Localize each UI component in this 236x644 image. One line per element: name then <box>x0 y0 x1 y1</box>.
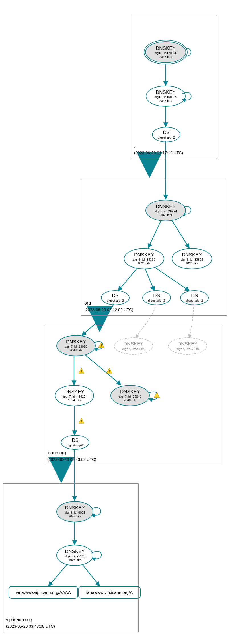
warning-icon: ! <box>154 392 160 398</box>
node-root-ksk[interactable]: DNSKEY alg=8, id=20326 2048 bits <box>145 41 186 63</box>
svg-text:!: ! <box>81 369 82 373</box>
warning-icon: ! <box>78 418 85 424</box>
node-sub2: 2048 bits <box>124 398 137 402</box>
zone-root-name: . <box>134 144 135 149</box>
node-title: DNSKEY <box>182 252 202 258</box>
node-root-ds[interactable]: DS digest alg=2 <box>152 127 180 142</box>
node-org-ds3[interactable]: DS digest alg=2 <box>180 290 209 305</box>
node-sub1: alg=8, id=33825 <box>181 258 203 262</box>
node-sub1: digest alg=2 <box>148 299 165 303</box>
node-sub2: 2048 bits <box>159 213 172 217</box>
node-org-zsk1[interactable]: DNSKEY alg=8, id=33369 1024 bits <box>124 248 164 269</box>
node-sub2: 1024 bits <box>138 262 151 265</box>
node-sub1: alg=8, id=20326 <box>155 51 177 55</box>
svg-text:!: ! <box>156 393 157 398</box>
node-vip-aaaa[interactable]: ianawww.vip.icann.org/AAAA <box>9 586 78 599</box>
node-title: ianawww.vip.icann.org/A <box>86 590 133 595</box>
node-title: DNSKEY <box>64 389 84 395</box>
node-title: DNSKEY <box>134 252 154 258</box>
node-sub1: alg=7, id=17248 <box>177 347 199 351</box>
node-sub1: alg=8, id=60955 <box>155 95 177 99</box>
node-icann-ksk[interactable]: DNSKEY alg=7, id=18060 2048 bits <box>56 335 96 356</box>
node-title: DNSKEY <box>156 90 176 95</box>
node-title: DNSKEY <box>65 505 85 511</box>
node-title: DNSKEY <box>156 204 176 210</box>
node-sub1: alg=7, id=42420 <box>63 395 86 398</box>
node-sub1: alg=7, id=63048 <box>119 395 141 398</box>
node-title: DS <box>153 293 160 299</box>
zone-root-ts: (2023-06-20 01:17:19 UTC) <box>134 151 183 155</box>
node-sub2: 2048 bits <box>70 349 83 352</box>
zone-vip-name: vip.icann.org <box>6 617 32 622</box>
node-title: DS <box>72 438 79 443</box>
node-vip-ksk[interactable]: DNSKEY alg=8, id=6025 2048 bits <box>56 501 93 522</box>
node-title: DNSKEY <box>156 46 176 51</box>
node-sub1: alg=8, id=5163 <box>65 554 85 558</box>
zone-icann-ts: (2023-06-20 03:43:03 UTC) <box>47 457 96 462</box>
node-org-ds1[interactable]: DS digest alg=2 <box>101 290 130 305</box>
node-icann-dashed1[interactable]: DNSKEY alg=7, id=23584 <box>114 337 153 355</box>
node-sub1: digest alg=2 <box>107 299 124 303</box>
node-sub2: 1024 bits <box>186 262 198 265</box>
zone-org-ts: (2023-06-20 02:12:09 UTC) <box>84 307 133 312</box>
node-sub2: 1024 bits <box>68 398 81 402</box>
node-title: DNSKEY <box>178 341 198 347</box>
node-vip-zsk[interactable]: DNSKEY alg=8, id=5163 1024 bits <box>56 545 93 566</box>
node-sub2: 2048 bits <box>159 99 172 103</box>
warning-icon: ! <box>98 342 104 348</box>
node-sub1: digest alg=2 <box>67 443 84 447</box>
warning-icon: ! <box>78 368 85 374</box>
node-vip-a[interactable]: ianawww.vip.icann.org/A <box>78 586 141 599</box>
node-sub2: 2048 bits <box>69 515 81 518</box>
node-sub1: alg=7, id=23584 <box>122 347 145 351</box>
node-sub1: digest alg=2 <box>158 136 175 139</box>
node-root-zsk[interactable]: DNSKEY alg=8, id=60955 2048 bits <box>146 86 186 107</box>
node-sub1: alg=8, id=33369 <box>133 258 155 262</box>
node-icann-sep[interactable]: DNSKEY alg=7, id=63048 2048 bits <box>110 385 150 406</box>
node-sub1: alg=8, id=26974 <box>155 210 177 213</box>
node-title: DNSKEY <box>65 549 85 554</box>
svg-text:!: ! <box>101 343 102 348</box>
warning-icon: ! <box>106 368 112 374</box>
zone-vip-ts: (2023-06-20 03:43:08 UTC) <box>6 624 55 629</box>
zone-org-name: org <box>84 301 91 306</box>
node-title: ianawww.vip.icann.org/AAAA <box>16 590 71 595</box>
node-title: DS <box>191 293 198 299</box>
node-sub2: 1024 bits <box>69 558 81 562</box>
node-sub2: 2048 bits <box>159 55 172 59</box>
node-sub1: alg=8, id=6025 <box>65 511 85 515</box>
node-title: DNSKEY <box>120 389 140 395</box>
node-icann-zsk[interactable]: DNSKEY alg=7, id=42420 1024 bits <box>55 385 94 406</box>
node-org-zsk2[interactable]: DNSKEY alg=8, id=33825 1024 bits <box>172 248 212 269</box>
svg-text:!: ! <box>81 419 82 423</box>
node-title: DNSKEY <box>124 341 143 347</box>
node-org-ksk[interactable]: DNSKEY alg=8, id=26974 2048 bits <box>145 200 186 221</box>
zone-icann-name: icann.org <box>47 450 66 455</box>
node-sub1: alg=7, id=18060 <box>65 345 87 349</box>
node-icann-ds[interactable]: DS digest alg=2 <box>61 435 89 450</box>
svg-text:!: ! <box>109 369 110 373</box>
node-title: DNSKEY <box>66 339 86 345</box>
node-org-ds2[interactable]: DS digest alg=2 <box>142 290 171 305</box>
node-title: DS <box>163 130 170 135</box>
node-title: DS <box>112 293 119 299</box>
node-sub1: digest alg=2 <box>186 299 203 303</box>
node-icann-dashed2[interactable]: DNSKEY alg=7, id=17248 <box>168 337 207 355</box>
